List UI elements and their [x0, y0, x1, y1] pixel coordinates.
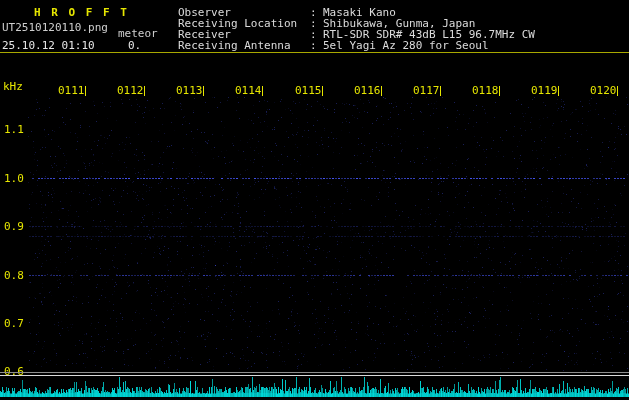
- spectrogram-bottom-line-lower: [0, 375, 629, 376]
- metadata-value: 5el Yagi Az 280 for Seoul: [323, 40, 489, 51]
- metadata-colon: :: [310, 40, 323, 51]
- metadata-block: Observer:Masaki KanoReceiving Location:S…: [178, 7, 535, 51]
- output-filename: UT2510120110.png: [2, 22, 108, 33]
- time-tick-label: 0112: [117, 85, 144, 96]
- time-tick-mark: [381, 86, 382, 96]
- time-tick-mark: [203, 86, 204, 96]
- time-tick-mark: [262, 86, 263, 96]
- time-tick-mark: [85, 86, 86, 96]
- echo-count: 0.: [128, 40, 141, 51]
- time-tick-label: 0115: [295, 85, 322, 96]
- time-tick-label: 0119: [531, 85, 558, 96]
- time-tick-label: 0120: [590, 85, 617, 96]
- time-tick-mark: [558, 86, 559, 96]
- freq-tick-label: 1.1: [4, 124, 24, 135]
- time-tick-label: 0114: [235, 85, 262, 96]
- freq-tick-label: 0.8: [4, 270, 24, 281]
- time-tick-mark: [322, 86, 323, 96]
- freq-tick-label: 0.9: [4, 221, 24, 232]
- hrofft-output: H R O F F T UT2510120110.png meteor 25.1…: [0, 0, 629, 400]
- spectrogram-canvas: [0, 0, 629, 400]
- time-tick-label: 0111: [58, 85, 85, 96]
- time-tick-label: 0118: [472, 85, 499, 96]
- app-title: H R O F F T: [34, 7, 129, 18]
- time-tick-mark: [499, 86, 500, 96]
- spectrogram-bottom-line-upper: [0, 372, 629, 373]
- freq-tick-label: 0.7: [4, 318, 24, 329]
- y-axis-unit-label: kHz: [3, 81, 23, 92]
- time-tick-label: 0116: [354, 85, 381, 96]
- observation-name: meteor: [118, 28, 158, 39]
- time-tick-label: 0113: [176, 85, 203, 96]
- metadata-label: Receiving Antenna: [178, 40, 310, 51]
- observation-datetime: 25.10.12 01:10: [2, 40, 95, 51]
- metadata-row: Receiving Antenna:5el Yagi Az 280 for Se…: [178, 40, 535, 51]
- header-separator-line: [0, 52, 629, 53]
- freq-tick-label: 1.0: [4, 173, 24, 184]
- time-tick-mark: [440, 86, 441, 96]
- time-tick-mark: [617, 86, 618, 96]
- time-tick-label: 0117: [413, 85, 440, 96]
- time-tick-mark: [144, 86, 145, 96]
